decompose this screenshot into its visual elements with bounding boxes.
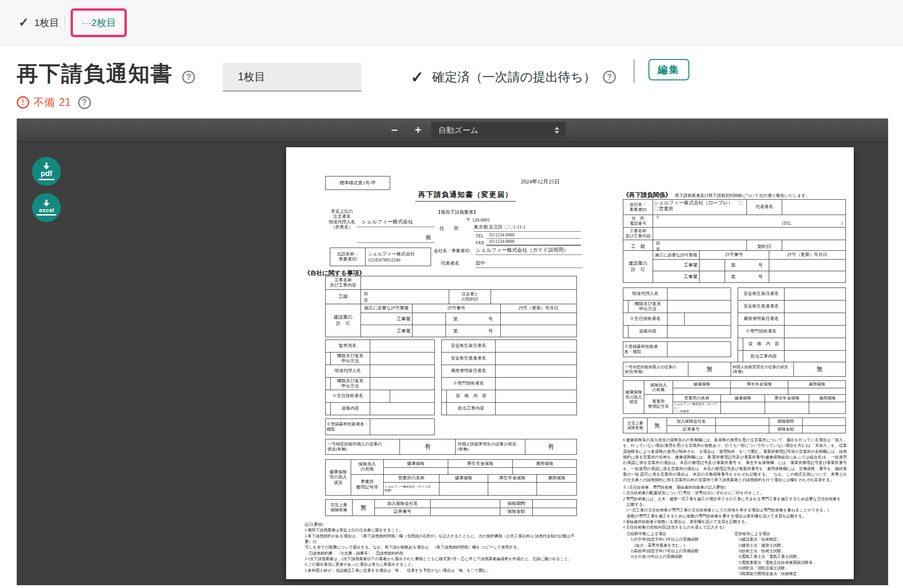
field-value <box>673 388 730 394</box>
field-value <box>803 418 845 425</box>
form-row: 施工に必要な許可業種 許可番号 許可（更新）年月日 <box>361 304 576 313</box>
office-name: シェルフィー株式会社（ガイド説 明用） <box>384 483 439 495</box>
column-header: 雇用保険 <box>788 381 845 388</box>
field-label: 労災上乗 保険有無 <box>623 418 648 433</box>
field-label: ※専門技術者名 <box>738 326 785 338</box>
field-value <box>439 483 488 495</box>
field-label: 権限及び意見 申出方法 <box>330 353 370 365</box>
zoom-select[interactable]: 自動ズーム <box>432 122 565 138</box>
foreign-workers-row: 一号特定技能外国人の従事の 状況(有無) 有 外国人技能実習生の従事の状況 (有… <box>325 439 577 455</box>
field-label: 資 格 内 容 <box>743 338 785 350</box>
field-label: 保険期間 <box>500 500 532 508</box>
field-value <box>496 365 576 377</box>
excel-label: excel <box>39 207 54 214</box>
document-page: 標準様式第1号-甲 2024年12月25日 再下請負通知書（変更届） 直近上位の… <box>286 147 854 579</box>
field-label: 工事業 <box>361 313 412 325</box>
form-row: 工事業 第号 <box>361 325 576 337</box>
field-label: 一号特定技能外国人の従事の 状況(有無) <box>623 362 688 376</box>
form-row: 資格内容 <box>326 402 434 415</box>
permit-number-cell: 第号 <box>725 260 769 271</box>
safety-table: 安全衛生責任者名 安全衛生推進者名 雇用管理責任者名 ※専門技術者名 資 格 内… <box>441 340 577 415</box>
field-label: 保険金額 <box>769 425 802 433</box>
field-value <box>769 260 845 271</box>
field-label: 外国人技能実習生の従事の状況 (有無) <box>456 439 525 454</box>
column-header: 営業所の名称 <box>673 395 720 402</box>
field-value: シェルフィー株式会社 12345678912346 <box>366 248 431 266</box>
field-value <box>496 340 576 352</box>
field-value: 無 <box>688 362 731 376</box>
field-label: 代表者名 <box>747 200 782 215</box>
defect-count: 21 <box>59 96 71 109</box>
field-label: 工事業 <box>653 260 700 271</box>
form-row: 会社名・ 事業者ID シェルフィー株式会社（ローブレ） 〇〇営業所 代表者名 <box>623 200 845 215</box>
defect-help-icon[interactable]: ? <box>78 96 91 109</box>
left-notes: (記入要領) 1 報告下請負業者は直近上位の注文者に提出すること。 2 再下請負… <box>305 522 576 573</box>
foreign-workers-row-right: 一号特定技能外国人の従事の 状況(有無) 無 外国人技能実習生の従事の状況 (有… <box>623 362 846 377</box>
field-value <box>412 313 446 325</box>
form-row: 担当工事内容 <box>442 402 576 415</box>
edit-button[interactable]: 編集 <box>648 59 689 80</box>
field-value <box>496 353 576 365</box>
status-help-icon[interactable]: ? <box>603 71 616 84</box>
defect-row: ! 不備 21 ? <box>17 95 91 110</box>
field-value <box>788 388 845 394</box>
field-value: 〒 (TEL ) <box>653 215 845 227</box>
reporter-company: シェルフィー株式会社（ガイド説明用） <box>476 243 582 255</box>
insurance-table-right: 健康保険 等の加入 状況 保険加入 の有無 健康保険 厚生年金保険 雇用保険 事… <box>623 380 846 414</box>
subcontract-heading: 《再下請負関係》 再下請負業者及び再下請負契約関係について次の通り報告いたします… <box>623 191 855 199</box>
doc-date: 2024年12月25日 <box>521 178 560 186</box>
download-excel-button[interactable]: excel <box>32 193 61 222</box>
field-value <box>769 271 845 282</box>
insurance-table: 健康保険 等の加入 状況 保険加入 の有無 健康保険 厚生年金保険 雇用保険 事… <box>325 459 577 496</box>
field-label: 証券番号 <box>667 425 715 433</box>
column-header: 施工に必要な許可業種 <box>653 251 700 259</box>
field-label: 工事名称 及び工事内容 <box>623 228 653 240</box>
recipient-name: シェルフィー株式会社 <box>357 212 435 227</box>
column-header: 厚生年金保険 <box>488 475 537 483</box>
field-value <box>785 338 845 350</box>
field-value <box>716 418 769 425</box>
zoom-in-button[interactable]: + <box>410 122 426 138</box>
toolbar-divider <box>406 124 406 137</box>
form-row: 権限及び意見 申出方法 <box>326 352 434 365</box>
field-value <box>370 403 434 415</box>
page-title: 再下請負通知書 <box>17 59 173 88</box>
form-row: ※主任技術者名 <box>326 390 434 402</box>
tab-page-2[interactable]: ···2枚目 <box>81 16 116 29</box>
field-value <box>721 402 765 413</box>
column-header: 厚生年金保険 <box>731 381 788 388</box>
page-name-input[interactable]: 1枚目 <box>223 63 361 91</box>
tab-page-1[interactable]: ✓ 1枚目 <box>19 15 59 30</box>
field-value <box>803 425 845 433</box>
form-row: 雇用管理責任者名 <box>442 365 576 377</box>
reporter-address: 東京都 足立区 〇〇1-11-1 <box>474 221 581 232</box>
download-pdf-button[interactable]: pdf <box>32 157 61 186</box>
field-label: 保険金額 <box>500 508 532 516</box>
field-label: 工事業 <box>361 325 412 337</box>
field-label: 保険加入 の有無 <box>351 460 384 474</box>
doc-title: 再下請負通知書（変更届） <box>415 190 516 202</box>
check-icon: ✓ <box>19 15 29 30</box>
field-value: 無 <box>353 500 375 516</box>
column-header: 健康保険 <box>384 460 448 468</box>
field-label: 労災上乗 保険有無 <box>326 500 353 516</box>
field-value: 有 <box>525 439 576 454</box>
field-label: 安全衛生責任者名 <box>442 340 496 352</box>
field-value <box>533 508 576 516</box>
form-row: 権限及び意見 申出方法 <box>623 300 731 313</box>
form-row: 工事業 第号 <box>361 313 576 325</box>
field-label: ※主任技術者名 <box>623 313 667 325</box>
zoom-out-button[interactable]: − <box>386 122 402 138</box>
works-table: 工事名称 及び工事内容 工期 自 至 注文者と の契約日 建設業の 許 可 施工… <box>325 276 577 337</box>
field-value: 無 <box>794 362 845 376</box>
zoom-select-value: 自動ズーム <box>438 125 478 136</box>
field-label: 安全衛生推進者名 <box>442 353 496 365</box>
recipient-label: 直近上位の 注文者名 現場代理人名 （所長名） <box>327 209 357 230</box>
tab-highlight-box: ···2枚目 <box>71 8 127 37</box>
field-value <box>765 402 809 413</box>
column-header: 営業所の名称 <box>384 475 439 483</box>
field-label: 健康保険 等の加入 状況 <box>326 460 351 495</box>
help-icon[interactable]: ? <box>182 71 195 84</box>
form-row: 工事名称 及び工事内容 <box>326 276 576 289</box>
field-label: 外国人技能実習生の従事の状況 (有無) <box>731 362 794 376</box>
